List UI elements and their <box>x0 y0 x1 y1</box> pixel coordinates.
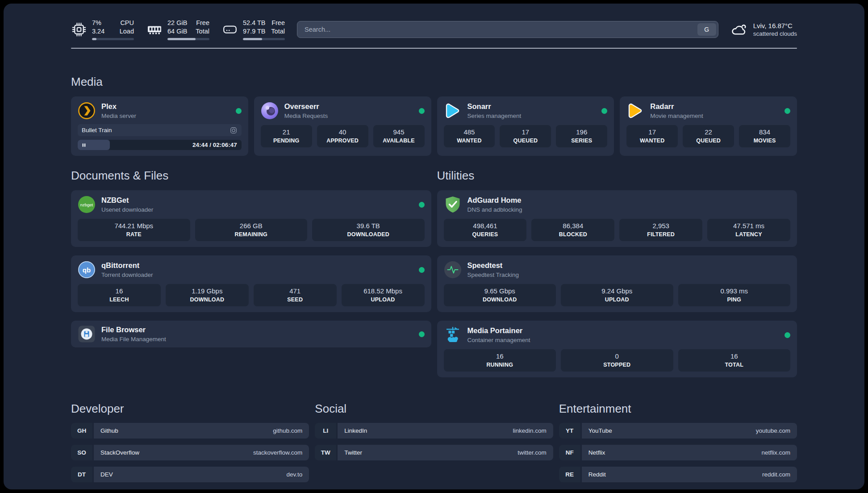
app-description: Container management <box>467 337 530 343</box>
app-name: Media Portainer <box>467 326 530 335</box>
stat-label: UPLOAD <box>343 297 423 303</box>
app-card-adguard-home[interactable]: AdGuard Home DNS and adblocking 498,461 … <box>437 190 797 247</box>
search-input[interactable] <box>304 25 697 33</box>
app-card-radarr[interactable]: Radarr Movie management 17 WANTED 22 QUE… <box>620 96 797 156</box>
app-stats-row: 485 WANTED 17 QUEUED 196 SERIES <box>444 125 608 147</box>
link-abbr: YT <box>559 423 580 439</box>
adguard-icon <box>444 196 462 213</box>
usage-bar <box>167 38 209 40</box>
radarr-icon <box>626 102 644 120</box>
app-card-plex[interactable]: Plex Media server Bullet Train 24:44 / 0… <box>71 96 248 156</box>
stat-value: 744.21 Mbps <box>79 222 188 230</box>
weather-widget[interactable]: Lviv, 16.87°C scattered clouds <box>730 21 797 38</box>
stat-label: DOWNLOAD <box>167 297 247 303</box>
system-stat-labels: CPU Load <box>120 19 134 36</box>
app-card-overseerr[interactable]: Overseerr Media Requests 21 PENDING 40 A… <box>254 96 431 156</box>
stat-value: 16 <box>680 352 789 360</box>
app-name: qBittorrent <box>101 261 153 270</box>
link-abbr: LI <box>315 423 336 439</box>
app-card-header: Plex Media server <box>78 102 242 120</box>
app-name: NZBGet <box>101 196 153 205</box>
stat-label: UPLOAD <box>563 297 672 303</box>
header-divider <box>71 48 797 49</box>
app-card-media-portainer[interactable]: Media Portainer Container management 16 … <box>437 321 797 377</box>
link-section-entertainment: Entertainment YT YouTube youtube.com NF … <box>559 402 797 482</box>
app-card-header: AdGuard Home DNS and adblocking <box>444 196 791 213</box>
app-card-header: Sonarr Series management <box>444 102 608 120</box>
app-name: Plex <box>101 102 136 111</box>
stat-value: 97.9 TB <box>243 27 266 36</box>
link-section-developer: Developer GH Github github.com SO StackO… <box>71 402 309 482</box>
top-bar: 7% 3.24 CPU Load 22 GiB 64 GiB <box>71 4 797 40</box>
search-bar: G <box>297 21 718 38</box>
stat-value: 0 <box>563 352 672 360</box>
app-stats-row: 744.21 Mbps RATE 266 GB REMAINING 39.6 T… <box>78 219 425 241</box>
app-titles: File Browser Media File Management <box>101 326 166 343</box>
app-titles: Overseerr Media Requests <box>284 102 328 119</box>
stat-box-ping: 0.993 ms PING <box>678 284 791 306</box>
link-abbr: GH <box>71 423 92 439</box>
stat-box-queries: 498,461 QUERIES <box>444 219 527 241</box>
stat-value: 0.993 ms <box>680 287 789 295</box>
link-item-reddit[interactable]: RE Reddit reddit.com <box>559 467 797 482</box>
link-name: LinkedIn <box>344 427 367 434</box>
link-name: DEV <box>100 471 113 478</box>
stat-box-queued: 22 QUEUED <box>683 125 734 147</box>
link-item-stackoverflow[interactable]: SO StackOverflow stackoverflow.com <box>71 445 309 460</box>
app-card-file-browser[interactable]: File Browser Media File Management <box>71 321 431 347</box>
stat-value: 17 <box>501 128 549 136</box>
stat-label: LEECH <box>79 297 159 303</box>
system-stat-rows: 7% 3.24 CPU Load <box>92 19 134 36</box>
app-stats-row: 498,461 QUERIES 86,384 BLOCKED 2,953 FIL… <box>444 219 791 241</box>
link-abbr: TW <box>315 445 336 460</box>
cloud-icon <box>730 21 747 38</box>
status-online-dot <box>601 108 607 114</box>
link-item-youtube[interactable]: YT YouTube youtube.com <box>559 423 797 439</box>
link-name: YouTube <box>588 427 612 434</box>
stat-value: 2,953 <box>621 222 701 230</box>
stat-label: PING <box>680 297 789 303</box>
dashboard-page: 7% 3.24 CPU Load 22 GiB 64 GiB <box>4 4 864 489</box>
stat-label: DOWNLOAD <box>446 297 555 303</box>
stat-label: CPU <box>120 19 134 27</box>
app-card-header: Speedtest Speedtest Tracking <box>444 261 791 279</box>
stat-box-pending: 21 PENDING <box>261 125 312 147</box>
link-abbr: NF <box>559 445 580 460</box>
search-engine-button[interactable]: G <box>697 23 716 36</box>
weather-text: Lviv, 16.87°C scattered clouds <box>753 22 797 37</box>
stat-label: STOPPED <box>563 362 672 368</box>
stat-value: 86,384 <box>533 222 613 230</box>
app-card-sonarr[interactable]: Sonarr Series management 485 WANTED 17 Q… <box>437 96 614 156</box>
system-stat-body: 52.4 TB 97.9 TB Free Total <box>243 19 285 40</box>
system-stat-storage: 52.4 TB 97.9 TB Free Total <box>222 19 285 40</box>
app-card-header: qb qBittorrent Torrent downloader <box>78 261 425 279</box>
stat-label: BLOCKED <box>533 231 613 238</box>
overseerr-icon <box>261 102 279 120</box>
link-item-netflix[interactable]: NF Netflix netflix.com <box>559 445 797 460</box>
stat-box-available: 945 AVAILABLE <box>373 125 425 147</box>
link-item-twitter[interactable]: TW Twitter twitter.com <box>315 445 553 460</box>
usage-bar-fill <box>92 38 96 40</box>
stat-value: 16 <box>446 352 555 360</box>
link-item-dev[interactable]: DT DEV dev.to <box>71 467 309 482</box>
app-description: Media Requests <box>284 113 328 119</box>
filebrowser-icon <box>78 325 96 343</box>
usage-bar-fill <box>167 38 196 40</box>
link-item-linkedin[interactable]: LI LinkedIn linkedin.com <box>315 423 553 439</box>
ram-icon <box>146 21 163 38</box>
app-card-nzbget[interactable]: nzbget NZBGet Usenet downloader 744.21 M… <box>71 190 431 247</box>
stat-label: RATE <box>79 231 188 238</box>
system-stats: 7% 3.24 CPU Load 22 GiB 64 GiB <box>71 19 285 40</box>
app-card-speedtest[interactable]: Speedtest Speedtest Tracking 9.65 Gbps D… <box>437 255 797 312</box>
documents-column: Documents & Files nzbget NZBGet Usenet d… <box>71 169 431 377</box>
stat-value: 17 <box>628 128 676 136</box>
app-card-qbittorrent[interactable]: qb qBittorrent Torrent downloader 16 LEE… <box>71 255 431 312</box>
link-body: Twitter twitter.com <box>338 445 553 460</box>
app-name: Sonarr <box>467 102 522 111</box>
link-item-github[interactable]: GH Github github.com <box>71 423 309 439</box>
stat-value: 618.52 Mbps <box>343 287 423 295</box>
section-title-utilities: Utilities <box>437 169 797 183</box>
app-titles: Speedtest Speedtest Tracking <box>467 261 519 278</box>
stat-box-queued: 17 QUEUED <box>500 125 551 147</box>
disk-icon <box>222 21 238 38</box>
